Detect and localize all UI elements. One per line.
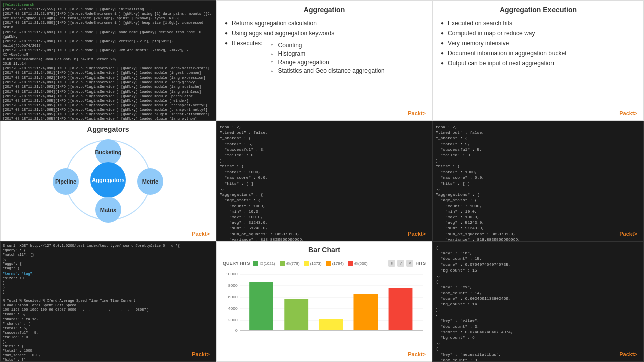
panel-aggregators: Aggregators Bucketing Pipeline Aggregato…	[0, 121, 216, 241]
panel-aggregation: Aggregation Returns aggregation calculat…	[216, 0, 432, 121]
legend-color-3	[304, 261, 309, 266]
json-text-bottom-right: { "key" : "in", "doc_count" : 15, "score…	[433, 242, 643, 361]
legend-3: (1273)	[304, 261, 322, 266]
packt-logo-aggregation: Packt>	[408, 110, 426, 116]
agg-execution-title: Aggregation Execution	[441, 6, 635, 14]
bar-chart-svg: 10000 8000 6000 4000 2000 0	[223, 269, 426, 334]
svg-text:0: 0	[235, 328, 238, 333]
exec-bullet-3: Very memory intensive	[441, 40, 635, 47]
terminal2-text: $ curl -XGET'http://127.0.0.1:9200/test-…	[1, 242, 216, 361]
panel-terminal-bottom: $ curl -XGET'http://127.0.0.1:9200/test-…	[0, 241, 216, 362]
chart-icons: ⬇ ⤢ ✕	[388, 260, 413, 267]
chart-toolbar: QUERY HITS @(1021) @(778) (1273)	[223, 260, 426, 267]
legend-color-1	[253, 261, 258, 266]
sub-bullet-1: Counting	[270, 42, 384, 49]
chart-legend: @(1021) @(778) (1273) (1794)	[253, 261, 368, 266]
aggregation-list: Returns aggregation calculation Using ag…	[225, 20, 424, 76]
agg-sub-list: Counting Histogram Range aggregation Sta…	[262, 42, 384, 76]
json-text-middle: took : 2, "timed_out" : false, "_shards"…	[217, 121, 432, 241]
svg-rect-12	[249, 282, 273, 330]
legend-4: (1794)	[326, 261, 344, 266]
aggregators-title: Aggregators	[1, 121, 216, 137]
exec-bullet-2: Computed in map or reduce way	[441, 30, 635, 37]
query-hits-label: QUERY HITS	[223, 261, 250, 266]
aggregation-title: Aggregation	[225, 6, 424, 14]
chart-icon-download[interactable]: ⬇	[388, 260, 395, 267]
sub-bullet-2: Histogram	[270, 50, 384, 57]
chart-icon-expand[interactable]: ⤢	[397, 260, 404, 267]
agg-execution-list: Executed on search hits Computed in map …	[441, 20, 635, 67]
panel-agg-execution: Aggregation Execution Executed on search…	[432, 0, 644, 121]
panel-terminal-top: [#elasticsearch [2017-05-18T11:21:22,555…	[0, 0, 216, 121]
packt-logo-barchart: Packt>	[408, 351, 426, 357]
svg-rect-15	[353, 294, 378, 330]
sub-bullet-4: Statistics and Geo distance aggregation	[270, 67, 384, 74]
circle-metric[interactable]: Metric	[137, 168, 163, 195]
sub-bullet-3: Range aggregation	[270, 59, 384, 66]
circle-matrix[interactable]: Matrix	[95, 197, 121, 223]
svg-text:4000: 4000	[228, 306, 238, 311]
hits-label: HITS	[415, 261, 426, 266]
json-text-middle-right: took : 2, "timed_out" : false, "_shards"…	[433, 121, 643, 241]
barchart-title: Bar Chart	[217, 242, 432, 258]
agg-bullet-3: It executes: Counting Histogram Range ag…	[225, 40, 424, 76]
packt-logo-json-br: Packt>	[619, 351, 637, 357]
diagram: Bucketing Pipeline Aggregators Metric Ma…	[43, 137, 173, 223]
svg-text:10000: 10000	[226, 272, 238, 276]
svg-rect-16	[389, 288, 413, 330]
panel-barchart: Bar Chart QUERY HITS @(1021) @(778)	[216, 241, 432, 362]
legend-color-5	[348, 261, 353, 266]
chart-area: QUERY HITS @(1021) @(778) (1273)	[217, 258, 432, 338]
agg-bullet-1: Returns aggregation calculation	[225, 20, 424, 27]
circle-aggregators[interactable]: Aggregators	[90, 162, 126, 198]
main-grid: [#elasticsearch [2017-05-18T11:21:22,555…	[0, 0, 644, 362]
packt-logo-terminal2: Packt>	[192, 351, 210, 357]
panel-json-middle-right: took : 2, "timed_out" : false, "_shards"…	[432, 121, 644, 241]
exec-bullet-1: Executed on search hits	[441, 20, 635, 27]
panel-json-bottom-right: { "key" : "in", "doc_count" : 15, "score…	[432, 241, 644, 362]
legend-1: @(1021)	[253, 261, 275, 266]
legend-2: @(778)	[280, 261, 300, 266]
svg-rect-13	[284, 299, 308, 330]
svg-rect-14	[319, 319, 343, 330]
svg-text:2000: 2000	[228, 318, 238, 322]
exec-bullet-4: Document information in aggregation buck…	[441, 50, 635, 57]
packt-logo-json-mid: Packt>	[408, 231, 426, 237]
legend-color-4	[326, 261, 331, 266]
packt-logo-json-mid2: Packt>	[619, 231, 637, 237]
terminal-text: [#elasticsearch [2017-05-18T11:21:22,555…	[1, 1, 216, 120]
circle-bucketing[interactable]: Bucketing	[95, 139, 121, 165]
chart-icon-close[interactable]: ✕	[406, 260, 413, 267]
agg-bullet-2: Using aggs and aggregation keywords	[225, 30, 424, 37]
circle-pipeline[interactable]: Pipeline	[53, 168, 79, 195]
svg-text:8000: 8000	[228, 283, 238, 288]
svg-text:6000: 6000	[228, 295, 238, 299]
exec-bullet-5: Output can be input of next aggregation	[441, 60, 635, 67]
packt-logo-exec: Packt>	[619, 110, 637, 116]
legend-5: @(530)	[348, 261, 368, 266]
legend-color-2	[280, 261, 285, 266]
packt-logo-aggregators: Packt>	[192, 231, 210, 237]
panel-json-middle: took : 2, "timed_out" : false, "_shards"…	[216, 121, 432, 241]
